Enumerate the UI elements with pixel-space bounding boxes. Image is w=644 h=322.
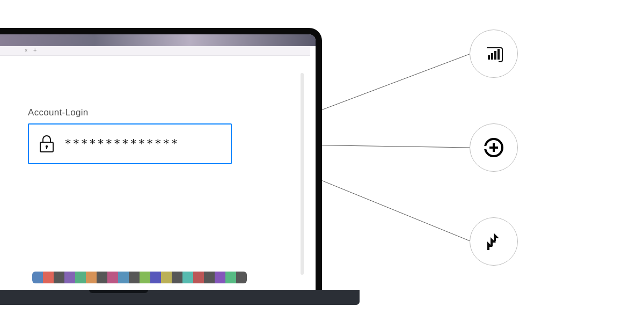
browser-viewport (0, 56, 310, 290)
target-plus-icon (482, 136, 506, 159)
macos-dock (32, 272, 247, 283)
service-node-powerbi[interactable] (470, 30, 518, 78)
scrollbar[interactable] (301, 73, 304, 275)
service-node-jira[interactable] (470, 217, 518, 266)
svg-rect-9 (497, 49, 500, 60)
svg-rect-6 (488, 55, 490, 60)
svg-line-1 (232, 144, 470, 148)
close-icon[interactable]: × (25, 48, 27, 53)
password-masked-value: ************** (64, 138, 179, 150)
svg-line-2 (232, 144, 471, 241)
trackpad-notch (89, 290, 148, 293)
jira-icon (483, 231, 504, 252)
laptop-base (0, 290, 360, 305)
password-input[interactable]: ************** (28, 123, 232, 164)
service-node-target-plus[interactable] (470, 123, 518, 172)
svg-rect-7 (491, 53, 493, 60)
svg-line-0 (232, 54, 471, 144)
browser-tab-bar: × + (0, 46, 310, 56)
powerbi-icon (482, 42, 505, 65)
login-label: Account-Login (28, 107, 89, 118)
window-titlebar-gradient (0, 34, 316, 46)
laptop-device: × + (0, 28, 360, 312)
svg-rect-8 (494, 51, 496, 60)
new-tab-button[interactable]: + (33, 47, 36, 53)
diagram-canvas: × + Account-Login ************** (0, 0, 644, 322)
lock-icon (38, 135, 56, 153)
